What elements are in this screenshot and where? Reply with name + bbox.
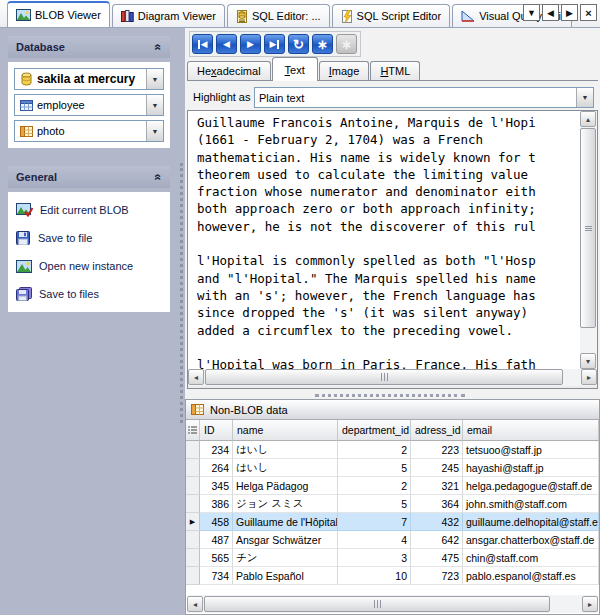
scroll-left-button[interactable]: ◂ <box>187 596 203 612</box>
column-header-name[interactable]: name <box>233 420 338 441</box>
blob-text-content[interactable]: Guillaume Francois Antoine, Marquis de l… <box>188 111 580 369</box>
table-select-arrow[interactable]: ▼ <box>146 95 163 115</box>
refresh-button[interactable]: ↻ <box>288 34 309 54</box>
sidebar-splitter[interactable] <box>178 28 185 615</box>
cell-name: Ansgar Schwätzer <box>233 531 338 549</box>
vertical-scroll-thumb[interactable] <box>580 128 596 328</box>
cell-email: chin@staff.com <box>463 549 599 567</box>
tab-list-dropdown-button[interactable]: ▼ <box>523 4 540 21</box>
tab-blob-viewer[interactable]: BLOB Viewer <box>7 1 110 27</box>
database-select-arrow[interactable]: ▼ <box>146 69 163 89</box>
tab-text[interactable]: Text <box>272 57 318 81</box>
table-row[interactable]: 734 Pablo Español 10 723 pablo.espanol@s… <box>186 567 599 585</box>
chevron-down-icon: ▼ <box>527 8 536 18</box>
table-select[interactable]: employee ▼ <box>14 94 164 116</box>
panel-splitter[interactable] <box>185 391 600 399</box>
scroll-left-button[interactable]: ◂ <box>188 369 204 385</box>
cell-adress-id: 223 <box>411 441 463 459</box>
scroll-right-button[interactable]: ▸ <box>581 369 597 385</box>
blob-viewer-main: ◀ ◀ ▶ ▶ ↻ ∗ ∗ Hexadecimal Text Image HTM… <box>185 28 600 615</box>
diagram-viewer-icon <box>121 10 134 22</box>
highlight-as-row: Highlight as Plain text ▼ <box>187 84 598 110</box>
cell-department-id: 2 <box>338 477 411 495</box>
database-section-header[interactable]: Database « <box>8 36 170 58</box>
scroll-up-button[interactable]: ▴ <box>580 111 596 127</box>
text-line: since dropped the 's' (it was silent any… <box>197 305 580 322</box>
cell-department-id: 3 <box>338 549 411 567</box>
table-row[interactable]: 345 Helga Pädagog 2 321 helga.pedagogue@… <box>186 477 599 495</box>
row-indicator <box>186 495 200 513</box>
cell-id: 734 <box>200 567 233 585</box>
grid-horizontal-scrollbar[interactable]: ◂ ▸ <box>187 595 598 613</box>
thumb-grip <box>585 226 592 231</box>
highlight-as-arrow[interactable]: ▼ <box>576 88 593 107</box>
table-row-selected[interactable]: ▶ 458 Guillaume de l'Hôpital 7 432 guill… <box>186 513 599 531</box>
save-to-file-link[interactable]: Save to file <box>14 226 164 250</box>
text-horizontal-scrollbar[interactable]: ◂ ▸ <box>188 369 597 386</box>
last-record-button[interactable]: ▶ <box>264 34 285 54</box>
tab-sql-editor[interactable]: SQL Editor: ... <box>227 4 330 27</box>
next-record-button[interactable]: ▶ <box>240 34 261 54</box>
horizontal-scroll-thumb[interactable] <box>204 596 550 612</box>
scroll-down-button[interactable]: ▾ <box>580 353 596 369</box>
table-row[interactable]: 234 はいし 2 223 tetsuoo@staff.jp <box>186 441 599 459</box>
first-record-button[interactable]: ◀ <box>192 34 213 54</box>
load-from-file-button[interactable]: ∗ <box>312 34 333 54</box>
scroll-left-icon: ◂ <box>193 600 197 609</box>
text-line: Guillaume Francois Antoine, Marquis de l… <box>197 115 580 132</box>
row-indicator <box>186 477 200 495</box>
tab-label: SQL Editor: ... <box>252 10 321 22</box>
save-to-files-link[interactable]: Save to files <box>14 282 164 306</box>
column-header-id[interactable]: ID <box>200 420 233 441</box>
close-tab-button[interactable]: × <box>580 4 597 21</box>
tab-html[interactable]: HTML <box>370 61 420 80</box>
horizontal-scroll-thumb[interactable] <box>205 369 563 385</box>
database-select[interactable]: sakila at mercury ▼ <box>14 68 164 90</box>
field-select[interactable]: photo ▼ <box>14 120 164 142</box>
tab-diagram-viewer[interactable]: Diagram Viewer <box>112 4 225 27</box>
cell-id: 487 <box>200 531 233 549</box>
close-icon: × <box>585 7 591 19</box>
table-row[interactable]: 565 チン 3 475 chin@staff.com <box>186 549 599 567</box>
arrow-right-icon: ▶ <box>270 40 277 49</box>
column-header-email[interactable]: email <box>463 420 599 441</box>
visual-query-builder-icon <box>461 10 475 22</box>
cell-email: ansgar.chatterbox@staff.de <box>463 531 599 549</box>
column-header-adress-id[interactable]: adress_id <box>411 420 463 441</box>
text-vertical-scrollbar[interactable]: ▴ ▾ <box>580 111 597 369</box>
scroll-tabs-right-button[interactable]: ▶ <box>561 4 578 21</box>
text-line <box>197 236 580 253</box>
link-label: Open new instance <box>39 260 133 272</box>
tab-label: Diagram Viewer <box>138 10 216 22</box>
general-section-header[interactable]: General « <box>8 166 170 188</box>
tab-sql-script-editor[interactable]: SQL Script Editor <box>332 4 451 27</box>
cell-adress-id: 321 <box>411 477 463 495</box>
column-header-department-id[interactable]: department_id <box>338 420 411 441</box>
panel-title: Non-BLOB data <box>210 404 288 416</box>
tab-hexadecimal[interactable]: Hexadecimal <box>187 61 271 80</box>
collapse-chevron-icon[interactable]: « <box>152 174 166 181</box>
highlight-as-select[interactable]: Plain text ▼ <box>254 87 594 108</box>
open-new-instance-link[interactable]: Open new instance <box>14 254 164 278</box>
cell-email: pablo.espanol@staff.es <box>463 567 599 585</box>
text-line: and "l'Hopital." The Marquis spelled his… <box>197 271 580 288</box>
table-row[interactable]: 487 Ansgar Schwätzer 4 642 ansgar.chatte… <box>186 531 599 549</box>
grid-column-headers: ID name department_id adress_id email <box>186 420 599 441</box>
grid-corner-cell[interactable] <box>186 420 200 441</box>
prior-record-button[interactable]: ◀ <box>216 34 237 54</box>
table-row[interactable]: 264 はいし 5 245 hayashi@staff.jp <box>186 459 599 477</box>
splitter-grip <box>315 394 465 397</box>
table-row[interactable]: 386 ジョン スミス 5 364 john.smith@staff.com <box>186 495 599 513</box>
scroll-tabs-left-button[interactable]: ◀ <box>542 4 559 21</box>
field-select-arrow[interactable]: ▼ <box>146 121 163 141</box>
database-select-value: sakila at mercury <box>37 72 146 86</box>
text-line: both approach zero or both approach infi… <box>197 201 580 218</box>
text-line: l'Hopital was born in Paris, France. His… <box>197 357 580 369</box>
cell-email: hayashi@staff.jp <box>463 459 599 477</box>
edit-current-blob-link[interactable]: Edit current BLOB <box>14 198 164 222</box>
collapse-chevron-icon[interactable]: « <box>152 44 166 51</box>
scroll-right-button[interactable]: ▸ <box>582 596 598 612</box>
current-row-marker-icon: ▶ <box>190 518 195 526</box>
cell-department-id: 10 <box>338 567 411 585</box>
tab-image[interactable]: Image <box>319 61 370 80</box>
